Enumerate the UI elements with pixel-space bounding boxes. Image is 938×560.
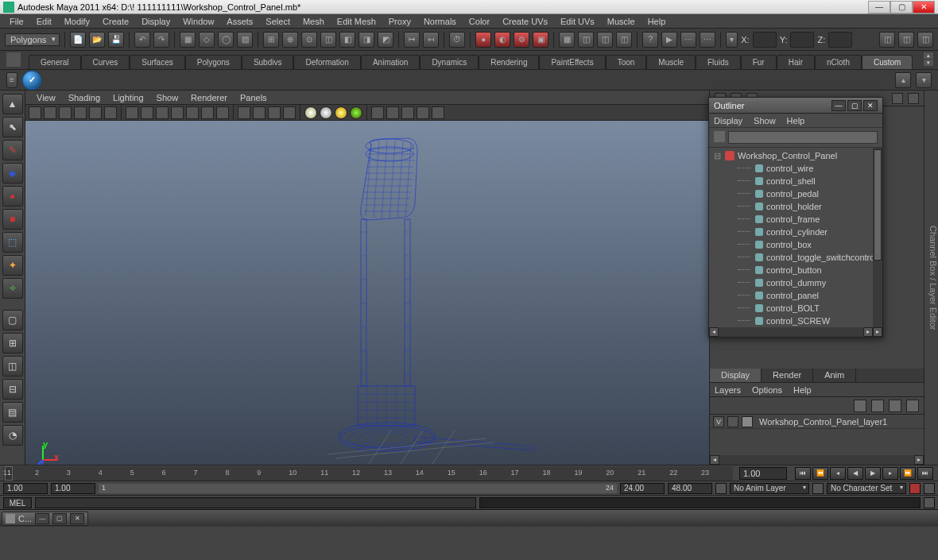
menu-editmesh[interactable]: Edit Mesh — [331, 15, 382, 28]
vp-shadow-icon[interactable] — [201, 106, 214, 119]
vp-light-icon[interactable] — [186, 106, 199, 119]
rotate-tool-icon[interactable]: ● — [2, 186, 23, 207]
anim-start-field[interactable] — [3, 483, 48, 494]
vp-misc2-icon[interactable] — [386, 106, 399, 119]
shelf-scroll-down-icon[interactable]: ▾ — [924, 60, 933, 66]
perspective-viewport[interactable]: yxz — [25, 121, 709, 465]
outliner-hscroll[interactable]: ◂ ▸ ▸ — [709, 327, 882, 337]
shelf-tab-animation[interactable]: Animation — [361, 55, 420, 69]
outliner-item[interactable]: control_frame — [709, 213, 882, 226]
goto-start-icon[interactable]: ⏮ — [795, 467, 811, 480]
playblast-icon[interactable]: ▶ — [661, 32, 677, 48]
scroll-right-icon[interactable]: ▸ — [863, 327, 873, 337]
menu-createuvs[interactable]: Create UVs — [496, 15, 554, 28]
menu-window[interactable]: Window — [176, 15, 220, 28]
shelf-tab-ncloth[interactable]: nCloth — [815, 55, 862, 69]
shelf-tab-toon[interactable]: Toon — [606, 55, 647, 69]
snap-misc-icon[interactable]: ◩ — [378, 32, 393, 48]
shelf-end1-icon[interactable]: ▴ — [895, 72, 911, 88]
layer-color-swatch[interactable] — [742, 416, 753, 427]
shelf-tab-hair[interactable]: Hair — [777, 55, 815, 69]
shelf-options-icon[interactable] — [6, 52, 21, 67]
last-tool-icon[interactable]: ✧ — [2, 278, 23, 299]
outliner-min-icon[interactable]: — — [831, 100, 846, 111]
vp-wire-icon[interactable] — [141, 106, 153, 119]
menu-modify[interactable]: Modify — [58, 15, 96, 28]
outliner-item[interactable]: control_dummy — [709, 276, 882, 289]
save-scene-icon[interactable]: 💾 — [108, 32, 124, 48]
vp-menu-view[interactable]: View — [30, 91, 62, 104]
script-editor-icon[interactable] — [924, 497, 935, 508]
shelf-tab-dynamics[interactable]: Dynamics — [420, 55, 479, 69]
layers-menu-help[interactable]: Help — [793, 385, 812, 395]
vp-menu-shading[interactable]: Shading — [62, 91, 107, 104]
outliner-max-icon[interactable]: ▢ — [847, 100, 862, 111]
step-back-icon[interactable]: ◂ — [830, 467, 846, 480]
menu-select[interactable]: Select — [259, 15, 297, 28]
layout-stack-icon[interactable]: ⊟ — [2, 379, 23, 400]
shelf-tab-deformation[interactable]: Deformation — [293, 55, 360, 69]
snap-grid-icon[interactable]: ⊞ — [263, 32, 279, 48]
ipr-render-icon[interactable]: ◐ — [494, 32, 510, 48]
shelf-tab-fur[interactable]: Fur — [741, 55, 777, 69]
redo-icon[interactable]: ↷ — [153, 32, 169, 48]
outliner-menu-display[interactable]: Display — [714, 116, 742, 126]
select-tool-icon[interactable]: ◇ — [199, 32, 215, 48]
panel3-icon[interactable]: ◫ — [616, 32, 632, 48]
snap-point-icon[interactable]: ⊙ — [301, 32, 317, 48]
shelf-tab-custom[interactable]: Custom — [862, 55, 913, 69]
vp-misc1-icon[interactable] — [371, 106, 384, 119]
menuset-dropdown[interactable]: Polygons — [5, 33, 60, 46]
menu-file[interactable]: File — [3, 15, 30, 28]
vp-shade-icon[interactable] — [156, 106, 169, 119]
outliner-item[interactable]: control_cylinder — [709, 226, 882, 238]
outliner-menu-show[interactable]: Show — [754, 116, 776, 126]
coord-x-input[interactable] — [753, 32, 777, 48]
step-fwd-key-icon[interactable]: ⏩ — [900, 467, 916, 480]
vp-btn4-icon[interactable] — [74, 106, 87, 119]
vp-sphere3-icon[interactable] — [335, 106, 347, 119]
side-tab-channelbox[interactable]: Channel Box / Layer Editor — [928, 226, 938, 330]
menu-display[interactable]: Display — [135, 15, 176, 28]
scroll-right2-icon[interactable]: ▸ — [873, 327, 882, 337]
outliner-vscroll[interactable] — [873, 148, 882, 327]
quick-help-icon[interactable]: ? — [642, 32, 658, 48]
animlayer-dropdown[interactable]: No Anim Layer — [730, 483, 809, 494]
vp-gate-icon[interactable] — [283, 106, 296, 119]
taskbar-max-icon[interactable]: ▢ — [52, 513, 67, 524]
hypershade-icon[interactable]: ▦ — [559, 32, 575, 48]
scroll-left-icon[interactable]: ◂ — [710, 455, 719, 465]
vp-misc4-icon[interactable] — [417, 106, 429, 119]
scroll-left-icon[interactable]: ◂ — [709, 327, 719, 337]
shelf-handle-icon[interactable]: ≡ — [6, 72, 17, 88]
render-frame-icon[interactable]: ● — [475, 32, 491, 48]
outliner-filter-icon[interactable] — [714, 131, 725, 142]
shelf-scroll-up-icon[interactable]: ▴ — [924, 52, 933, 59]
panel-menu-icon[interactable] — [908, 93, 919, 104]
layer-up-icon[interactable] — [889, 400, 901, 412]
step-back-key-icon[interactable]: ⏪ — [812, 467, 828, 480]
goto-end-icon[interactable]: ⏭ — [917, 467, 933, 480]
vp-res-icon[interactable] — [268, 106, 281, 119]
cmd-lang-label[interactable]: MEL — [3, 497, 32, 508]
layers-menu-options[interactable]: Options — [752, 385, 782, 395]
layer-down-icon[interactable] — [906, 400, 919, 412]
sidebar-toggle2-icon[interactable]: ◫ — [898, 32, 914, 48]
select-by-type-icon[interactable]: ▦ — [180, 32, 196, 48]
vp-btn3-icon[interactable] — [59, 106, 72, 119]
vp-btn2-icon[interactable] — [44, 106, 56, 119]
vp-sphere1-icon[interactable] — [304, 106, 317, 119]
range-opts-icon[interactable] — [715, 483, 727, 494]
misc2-icon[interactable]: ⋯ — [700, 32, 715, 48]
range-track[interactable]: 124 — [99, 484, 617, 493]
vp-menu-panels[interactable]: Panels — [234, 91, 273, 104]
snap-curve-icon[interactable]: ⊕ — [282, 32, 298, 48]
vp-menu-show[interactable]: Show — [150, 91, 185, 104]
vp-sphere2-icon[interactable] — [320, 106, 332, 119]
manip-tool-icon[interactable]: ⬚ — [2, 232, 23, 253]
output-icon[interactable]: ↤ — [423, 32, 439, 48]
animlayer-opts-icon[interactable] — [812, 483, 824, 494]
taskbar-close-icon[interactable]: ✕ — [70, 513, 84, 524]
undo-icon[interactable]: ↶ — [134, 32, 150, 48]
outliner-item[interactable]: control_box — [709, 238, 882, 251]
